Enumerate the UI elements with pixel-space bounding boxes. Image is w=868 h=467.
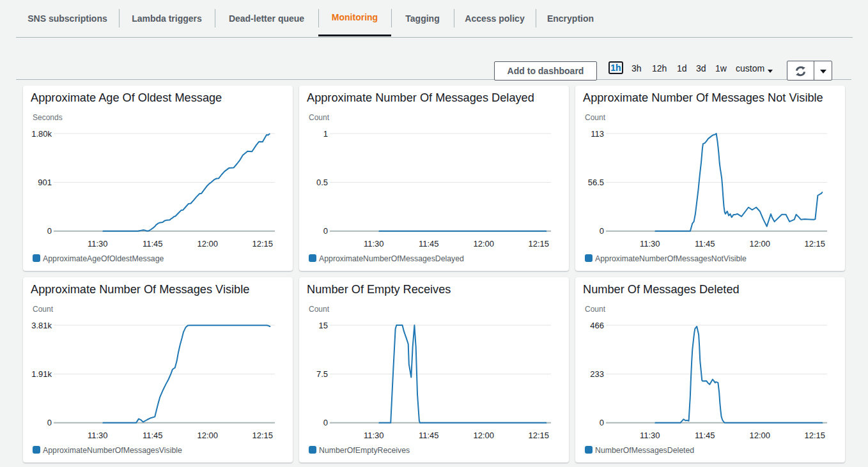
svg-text:1.80k: 1.80k [31,129,52,139]
svg-text:15: 15 [319,321,328,330]
svg-text:0: 0 [600,418,604,427]
svg-text:11:30: 11:30 [88,239,108,249]
svg-text:11:45: 11:45 [695,431,715,440]
svg-text:Approximate Number Of Messages: Approximate Number Of Messages Delayed [307,91,534,104]
svg-text:11:30: 11:30 [640,431,660,440]
svg-text:12:15: 12:15 [252,239,274,249]
svg-text:0: 0 [47,226,52,236]
svg-text:NumberOfEmptyReceives: NumberOfEmptyReceives [319,446,410,455]
svg-text:233: 233 [590,369,604,379]
svg-text:Seconds: Seconds [33,113,63,122]
svg-text:11:30: 11:30 [364,431,384,440]
svg-text:Count: Count [585,113,606,122]
svg-text:12:15: 12:15 [805,239,826,249]
svg-text:ApproximateNumberOfMessagesNot: ApproximateNumberOfMessagesNotVisible [595,254,747,263]
svg-text:Approximate Number Of Messages: Approximate Number Of Messages Visible [31,283,249,296]
svg-text:Count: Count [309,305,330,314]
svg-text:11:45: 11:45 [143,431,163,440]
svg-text:11:45: 11:45 [419,431,439,440]
svg-text:7.5: 7.5 [316,369,328,379]
svg-text:Approximate Age Of Oldest Mess: Approximate Age Of Oldest Message [31,91,222,104]
svg-text:0: 0 [47,418,52,427]
svg-text:12:00: 12:00 [198,431,219,440]
svg-text:12:00: 12:00 [750,239,771,249]
svg-text:3.81k: 3.81k [31,321,52,330]
svg-text:11:30: 11:30 [88,431,108,440]
svg-text:11:30: 11:30 [364,239,384,249]
svg-text:12:15: 12:15 [529,239,550,249]
svg-text:Approximate Number Of Messages: Approximate Number Of Messages Not Visib… [583,91,823,104]
svg-text:113: 113 [591,129,604,139]
svg-text:Count: Count [585,305,606,314]
svg-text:0: 0 [600,226,604,236]
svg-text:12:00: 12:00 [750,431,771,440]
svg-text:901: 901 [38,178,52,187]
svg-text:12:15: 12:15 [805,431,826,440]
svg-text:12:00: 12:00 [474,431,495,440]
svg-text:11:45: 11:45 [695,239,715,249]
svg-text:11:45: 11:45 [419,239,439,249]
svg-text:12:00: 12:00 [198,239,219,249]
svg-text:466: 466 [590,321,604,330]
svg-text:NumberOfMessagesDeleted: NumberOfMessagesDeleted [595,446,694,455]
svg-text:11:30: 11:30 [640,239,660,249]
svg-text:1: 1 [323,129,328,139]
svg-text:Number Of Empty Receives: Number Of Empty Receives [307,283,451,296]
svg-text:Count: Count [309,113,330,122]
svg-text:Count: Count [33,305,54,314]
svg-text:56.5: 56.5 [588,178,604,187]
svg-text:1.91k: 1.91k [31,369,52,379]
svg-text:0.5: 0.5 [316,178,328,187]
svg-text:Number Of Messages Deleted: Number Of Messages Deleted [583,283,740,296]
svg-text:ApproximateAgeOfOldestMessage: ApproximateAgeOfOldestMessage [43,254,164,263]
svg-text:12:00: 12:00 [474,239,495,249]
svg-text:ApproximateNumberOfMessagesVis: ApproximateNumberOfMessagesVisible [43,446,182,455]
svg-text:ApproximateNumberOfMessagesDel: ApproximateNumberOfMessagesDelayed [319,254,464,263]
svg-text:12:15: 12:15 [252,431,274,440]
svg-text:12:15: 12:15 [529,431,550,440]
svg-text:0: 0 [323,226,328,236]
svg-text:11:45: 11:45 [143,239,163,249]
svg-text:0: 0 [323,418,328,427]
